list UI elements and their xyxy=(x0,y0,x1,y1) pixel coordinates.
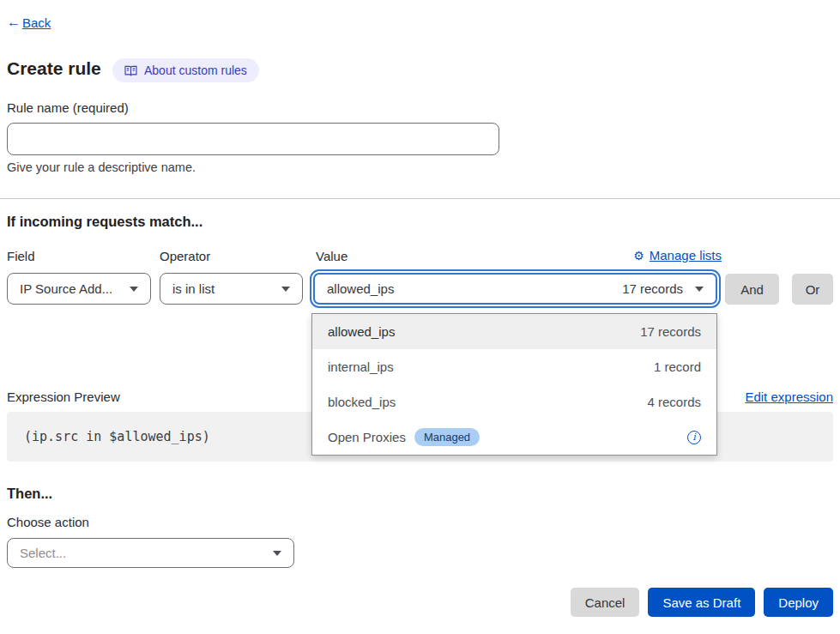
list-option-name: blocked_ips xyxy=(328,395,396,409)
list-option-meta: 17 records xyxy=(640,324,701,339)
list-dropdown: allowed_ips 17 records internal_ips 1 re… xyxy=(311,313,717,456)
list-option-name: Open Proxies xyxy=(328,430,406,444)
chevron-down-icon xyxy=(130,287,138,292)
list-option-name: internal_ips xyxy=(328,359,394,374)
chevron-down-icon xyxy=(695,287,704,292)
create-rule-page: ← Back Create rule About custom rules Ru… xyxy=(0,0,840,634)
action-select[interactable]: Select... xyxy=(7,538,294,568)
list-option-name: allowed_ips xyxy=(328,324,395,339)
operator-select-value: is in list xyxy=(172,281,215,296)
gear-icon: ⚙ xyxy=(633,249,644,263)
list-option-meta: 4 records xyxy=(647,395,701,409)
expression-code: (ip.src in $allowed_ips) xyxy=(24,429,210,444)
operator-select[interactable]: is in list xyxy=(160,273,303,305)
value-label: Value xyxy=(316,249,347,263)
section-divider xyxy=(0,198,840,199)
field-label: Field xyxy=(7,249,35,263)
match-section-heading: If incoming requests match... xyxy=(7,214,202,230)
rule-name-input[interactable] xyxy=(7,123,499,155)
cancel-button[interactable]: Cancel xyxy=(571,588,640,617)
value-select-meta: 17 records xyxy=(622,281,683,296)
list-option-meta: 1 record xyxy=(654,359,701,374)
book-icon xyxy=(124,65,137,76)
field-select-value: IP Source Add... xyxy=(20,281,112,296)
about-badge-label: About custom rules xyxy=(144,63,247,77)
save-as-draft-button[interactable]: Save as Draft xyxy=(648,588,755,617)
action-select-placeholder: Select... xyxy=(20,546,66,560)
and-button[interactable]: And xyxy=(725,274,779,305)
chevron-down-icon xyxy=(273,551,281,556)
list-option-blocked-ips[interactable]: blocked_ips 4 records xyxy=(312,384,716,420)
managed-badge: Managed xyxy=(414,428,480,446)
edit-expression-link[interactable]: Edit expression xyxy=(745,389,833,404)
chevron-down-icon xyxy=(281,287,290,292)
value-select[interactable]: allowed_ips 17 records xyxy=(313,273,717,305)
back-link-label: Back xyxy=(22,15,51,30)
about-custom-rules-link[interactable]: About custom rules xyxy=(112,58,259,82)
then-section-heading: Then... xyxy=(7,486,52,502)
manage-lists-link[interactable]: ⚙ Manage lists xyxy=(633,248,722,263)
value-select-selected: allowed_ips xyxy=(327,281,394,296)
choose-action-label: Choose action xyxy=(7,515,89,529)
back-link[interactable]: ← Back xyxy=(7,15,51,30)
operator-label: Operator xyxy=(160,249,210,263)
info-icon[interactable] xyxy=(687,431,701,444)
rule-name-label: Rule name (required) xyxy=(7,100,129,115)
deploy-button[interactable]: Deploy xyxy=(764,588,833,617)
arrow-left-icon: ← xyxy=(7,15,21,30)
footer-actions: Cancel Save as Draft Deploy xyxy=(571,588,833,617)
page-title: Create rule xyxy=(7,58,101,79)
manage-lists-label: Manage lists xyxy=(650,248,722,263)
list-option-allowed-ips[interactable]: allowed_ips 17 records xyxy=(312,314,716,349)
or-button[interactable]: Or xyxy=(792,274,833,305)
expression-preview-label: Expression Preview xyxy=(7,389,120,404)
list-option-open-proxies[interactable]: Open Proxies Managed xyxy=(312,420,716,455)
rule-name-helper: Give your rule a descriptive name. xyxy=(7,160,196,174)
field-select[interactable]: IP Source Add... xyxy=(7,273,151,305)
list-option-internal-ips[interactable]: internal_ips 1 record xyxy=(312,349,716,384)
